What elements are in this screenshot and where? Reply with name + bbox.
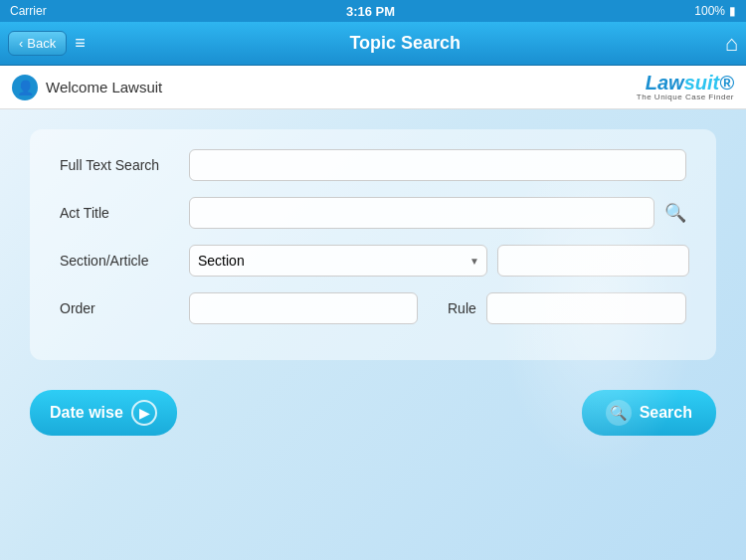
battery-icon: ▮ [729,4,736,18]
nav-left: ‹ Back ≡ [8,31,86,56]
section-select-wrapper: Section Article ▼ [189,245,487,277]
main-content: Full Text Search Act Title 🔍 Section/Art… [0,109,746,560]
back-label: Back [27,36,56,51]
nav-title: Topic Search [86,33,725,54]
status-bar: Carrier 3:16 PM 100% ▮ [0,0,746,22]
search-btn-label: Search [640,404,692,422]
act-title-search-button[interactable]: 🔍 [664,202,686,224]
rule-label: Rule [448,300,476,316]
section-right-input[interactable] [497,245,689,277]
full-text-search-input[interactable] [189,149,686,181]
welcome-text: Welcome Lawsuit [46,79,162,95]
brand-logo: Lawsuit® The Unique Case Finder [637,72,734,102]
carrier-text: Carrier [10,4,47,18]
order-rule-row: Order Rule [60,292,686,324]
buttons-row: Date wise ▶ 🔍 Search [30,390,716,436]
search-form: Full Text Search Act Title 🔍 Section/Art… [30,129,716,360]
date-wise-button[interactable]: Date wise ▶ [30,390,177,436]
user-bar: 👤 Welcome Lawsuit Lawsuit® The Unique Ca… [0,66,746,109]
back-button[interactable]: ‹ Back [8,31,67,56]
full-text-search-label: Full Text Search [60,157,179,173]
avatar-icon: 👤 [17,80,34,95]
magnifier-icon: 🔍 [664,202,686,224]
date-wise-label: Date wise [50,404,123,422]
back-chevron-icon: ‹ [19,36,23,51]
act-title-label: Act Title [60,205,179,221]
search-button[interactable]: 🔍 Search [582,390,716,436]
act-title-input[interactable] [189,197,654,229]
time-display: 3:16 PM [346,4,395,19]
battery-info: 100% ▮ [694,4,736,18]
order-label: Order [60,300,179,316]
user-info: 👤 Welcome Lawsuit [12,75,162,100]
full-text-search-row: Full Text Search [60,149,686,181]
section-article-label: Section/Article [60,253,179,269]
search-btn-icon: 🔍 [606,400,632,426]
avatar: 👤 [12,75,38,100]
section-article-select[interactable]: Section Article [189,245,487,277]
battery-text: 100% [694,4,725,18]
date-wise-arrow-icon: ▶ [131,400,157,426]
nav-bar: ‹ Back ≡ Topic Search ⌂ [0,22,746,66]
brand-name: Lawsuit® [646,72,734,93]
order-input[interactable] [189,292,418,324]
hamburger-icon[interactable]: ≡ [75,33,86,54]
rule-input[interactable] [486,292,686,324]
home-button[interactable]: ⌂ [725,31,738,57]
brand-tagline: The Unique Case Finder [637,93,734,102]
section-article-row: Section/Article Section Article ▼ [60,245,686,277]
home-icon: ⌂ [725,31,738,56]
act-title-row: Act Title 🔍 [60,197,686,229]
